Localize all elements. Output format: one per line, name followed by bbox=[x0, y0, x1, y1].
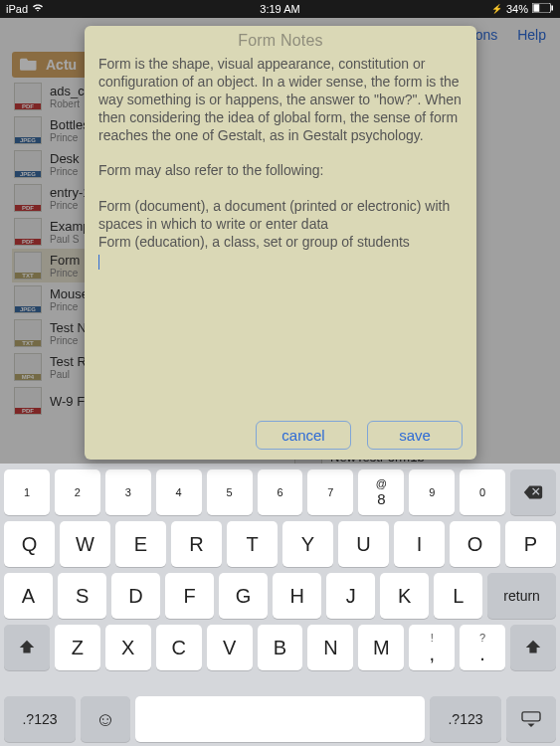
carrier-label: iPad bbox=[6, 3, 28, 15]
cancel-button[interactable]: cancel bbox=[256, 421, 351, 450]
save-button[interactable]: save bbox=[367, 421, 463, 450]
key-2[interactable]: 2 bbox=[55, 469, 100, 515]
key-emoji[interactable]: ☺ bbox=[81, 696, 130, 742]
text-cursor bbox=[98, 255, 99, 270]
key-h[interactable]: H bbox=[273, 573, 321, 619]
key-s[interactable]: S bbox=[58, 573, 106, 619]
key-return[interactable]: return bbox=[487, 573, 556, 619]
key-period[interactable]: ?. bbox=[460, 625, 505, 670]
key-y[interactable]: Y bbox=[282, 521, 333, 567]
key-comma[interactable]: !, bbox=[409, 625, 455, 670]
key-f[interactable]: F bbox=[165, 573, 214, 619]
svg-rect-2 bbox=[551, 6, 553, 11]
key-k[interactable]: K bbox=[380, 573, 429, 619]
key-7[interactable]: 7 bbox=[307, 469, 353, 515]
key-b[interactable]: B bbox=[258, 625, 303, 670]
key-n[interactable]: N bbox=[307, 625, 353, 670]
key-g[interactable]: G bbox=[219, 573, 268, 619]
battery-icon bbox=[532, 3, 554, 15]
key-hide-keyboard[interactable] bbox=[506, 696, 556, 742]
key-o[interactable]: O bbox=[450, 521, 500, 567]
key-shift-left[interactable] bbox=[4, 625, 50, 670]
key-c[interactable]: C bbox=[156, 625, 202, 670]
key-3[interactable]: 3 bbox=[105, 469, 151, 515]
key-1[interactable]: 1 bbox=[4, 469, 50, 515]
form-notes-modal: Form Notes Form is the shape, visual app… bbox=[85, 26, 476, 460]
key-shift-right[interactable] bbox=[510, 625, 556, 670]
key-d[interactable]: D bbox=[111, 573, 160, 619]
key-w[interactable]: W bbox=[60, 521, 110, 567]
wifi-icon bbox=[32, 3, 44, 15]
key-space[interactable] bbox=[135, 696, 425, 742]
key-@[interactable]: @8 bbox=[358, 469, 404, 515]
charge-icon: ⚡ bbox=[491, 4, 502, 14]
key-p[interactable]: P bbox=[505, 521, 556, 567]
key-j[interactable]: J bbox=[326, 573, 375, 619]
battery-percent: 34% bbox=[506, 3, 528, 15]
key-q[interactable]: Q bbox=[4, 521, 55, 567]
key-t[interactable]: T bbox=[227, 521, 278, 567]
key-r[interactable]: R bbox=[171, 521, 222, 567]
key-m[interactable]: M bbox=[358, 625, 404, 670]
key-e[interactable]: E bbox=[115, 521, 166, 567]
on-screen-keyboard: 1234567@890 QWERTYUIOP ASDFGHJKLreturn Z… bbox=[0, 464, 560, 746]
app-area: ons Help Actu PDFads_cRobertJPEGBottlesP… bbox=[0, 18, 560, 464]
key-4[interactable]: 4 bbox=[156, 469, 202, 515]
key-i[interactable]: I bbox=[394, 521, 445, 567]
key-z[interactable]: Z bbox=[55, 625, 100, 670]
key-l[interactable]: L bbox=[434, 573, 482, 619]
key-0[interactable]: 0 bbox=[460, 469, 505, 515]
key-backspace[interactable] bbox=[510, 469, 556, 515]
svg-rect-1 bbox=[533, 4, 539, 12]
key-v[interactable]: V bbox=[207, 625, 253, 670]
key-a[interactable]: A bbox=[4, 573, 53, 619]
status-bar: iPad 3:19 AM ⚡ 34% bbox=[0, 0, 560, 18]
key-symbols[interactable]: .?123 bbox=[4, 696, 76, 742]
notes-textarea[interactable]: Form is the shape, visual appearance, co… bbox=[98, 56, 463, 413]
modal-title: Form Notes bbox=[98, 32, 463, 50]
key-symbols-right[interactable]: .?123 bbox=[430, 696, 501, 742]
clock: 3:19 AM bbox=[260, 3, 299, 15]
key-u[interactable]: U bbox=[338, 521, 389, 567]
key-6[interactable]: 6 bbox=[258, 469, 303, 515]
key-x[interactable]: X bbox=[105, 625, 151, 670]
svg-rect-3 bbox=[522, 712, 540, 721]
key-5[interactable]: 5 bbox=[207, 469, 253, 515]
key-9[interactable]: 9 bbox=[409, 469, 455, 515]
